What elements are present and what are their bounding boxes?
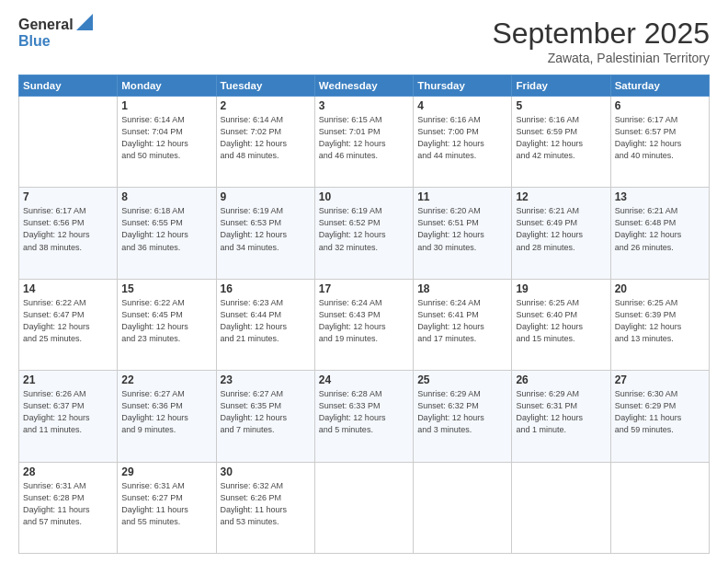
day-info: Sunrise: 6:16 AM Sunset: 6:59 PM Dayligh… xyxy=(516,114,606,162)
cell-4-1: 21Sunrise: 6:26 AM Sunset: 6:37 PM Dayli… xyxy=(19,371,118,462)
cell-2-7: 13Sunrise: 6:21 AM Sunset: 6:48 PM Dayli… xyxy=(610,188,709,279)
col-wednesday: Wednesday xyxy=(314,75,413,97)
cell-3-5: 18Sunrise: 6:24 AM Sunset: 6:41 PM Dayli… xyxy=(414,279,512,370)
day-info: Sunrise: 6:18 AM Sunset: 6:55 PM Dayligh… xyxy=(121,205,211,253)
cell-2-2: 8Sunrise: 6:18 AM Sunset: 6:55 PM Daylig… xyxy=(118,188,216,279)
cell-4-2: 22Sunrise: 6:27 AM Sunset: 6:36 PM Dayli… xyxy=(118,371,216,462)
day-info: Sunrise: 6:17 AM Sunset: 6:56 PM Dayligh… xyxy=(23,205,113,253)
title-month: September 2025 xyxy=(492,17,710,51)
cell-2-5: 11Sunrise: 6:20 AM Sunset: 6:51 PM Dayli… xyxy=(414,188,512,279)
day-info: Sunrise: 6:22 AM Sunset: 6:45 PM Dayligh… xyxy=(121,297,211,345)
day-number: 13 xyxy=(615,190,705,203)
week-row-5: 28Sunrise: 6:31 AM Sunset: 6:28 PM Dayli… xyxy=(19,462,710,553)
day-info: Sunrise: 6:29 AM Sunset: 6:32 PM Dayligh… xyxy=(417,388,507,436)
cell-5-1: 28Sunrise: 6:31 AM Sunset: 6:28 PM Dayli… xyxy=(19,462,118,553)
cell-4-5: 25Sunrise: 6:29 AM Sunset: 6:32 PM Dayli… xyxy=(414,371,512,462)
week-row-1: 1Sunrise: 6:14 AM Sunset: 7:04 PM Daylig… xyxy=(19,97,710,188)
day-info: Sunrise: 6:14 AM Sunset: 7:02 PM Dayligh… xyxy=(221,114,311,162)
day-info: Sunrise: 6:27 AM Sunset: 6:36 PM Dayligh… xyxy=(121,388,211,436)
day-number: 5 xyxy=(516,99,606,112)
day-number: 17 xyxy=(319,282,409,295)
day-info: Sunrise: 6:27 AM Sunset: 6:35 PM Dayligh… xyxy=(221,388,311,436)
cell-1-1 xyxy=(19,97,118,188)
logo-blue: Blue xyxy=(18,33,51,50)
col-monday: Monday xyxy=(118,75,216,97)
day-info: Sunrise: 6:24 AM Sunset: 6:41 PM Dayligh… xyxy=(417,297,507,345)
cell-5-6 xyxy=(512,462,610,553)
day-info: Sunrise: 6:15 AM Sunset: 7:01 PM Dayligh… xyxy=(319,114,409,162)
title-block: September 2025 Zawata, Palestinian Terri… xyxy=(492,17,710,65)
day-number: 20 xyxy=(615,282,705,295)
cell-5-5 xyxy=(414,462,512,553)
cell-1-5: 4Sunrise: 6:16 AM Sunset: 7:00 PM Daylig… xyxy=(414,97,512,188)
cell-3-2: 15Sunrise: 6:22 AM Sunset: 6:45 PM Dayli… xyxy=(118,279,216,370)
page: General Blue September 2025 Zawata, Pale… xyxy=(0,0,728,563)
cell-5-4 xyxy=(314,462,413,553)
day-number: 6 xyxy=(615,99,705,112)
header: General Blue September 2025 Zawata, Pale… xyxy=(18,17,710,65)
cell-1-7: 6Sunrise: 6:17 AM Sunset: 6:57 PM Daylig… xyxy=(610,97,709,188)
day-info: Sunrise: 6:16 AM Sunset: 7:00 PM Dayligh… xyxy=(417,114,507,162)
day-info: Sunrise: 6:26 AM Sunset: 6:37 PM Dayligh… xyxy=(23,388,113,436)
day-number: 14 xyxy=(23,282,113,295)
cell-1-2: 1Sunrise: 6:14 AM Sunset: 7:04 PM Daylig… xyxy=(118,97,216,188)
day-number: 16 xyxy=(221,282,311,295)
day-number: 2 xyxy=(221,99,311,112)
col-sunday: Sunday xyxy=(19,75,118,97)
cell-1-4: 3Sunrise: 6:15 AM Sunset: 7:01 PM Daylig… xyxy=(314,97,413,188)
svg-marker-0 xyxy=(76,14,93,30)
day-info: Sunrise: 6:28 AM Sunset: 6:33 PM Dayligh… xyxy=(319,388,409,436)
day-number: 8 xyxy=(121,190,211,203)
day-info: Sunrise: 6:24 AM Sunset: 6:43 PM Dayligh… xyxy=(319,297,409,345)
day-number: 3 xyxy=(319,99,409,112)
day-info: Sunrise: 6:29 AM Sunset: 6:31 PM Dayligh… xyxy=(516,388,606,436)
calendar-table: Sunday Monday Tuesday Wednesday Thursday… xyxy=(18,75,710,554)
day-number: 19 xyxy=(516,282,606,295)
logo-icon xyxy=(76,14,93,30)
day-info: Sunrise: 6:17 AM Sunset: 6:57 PM Dayligh… xyxy=(615,114,705,162)
day-number: 24 xyxy=(319,373,409,386)
cell-5-3: 30Sunrise: 6:32 AM Sunset: 6:26 PM Dayli… xyxy=(216,462,314,553)
day-number: 21 xyxy=(23,373,113,386)
day-info: Sunrise: 6:25 AM Sunset: 6:39 PM Dayligh… xyxy=(615,297,705,345)
day-info: Sunrise: 6:23 AM Sunset: 6:44 PM Dayligh… xyxy=(221,297,311,345)
cell-4-3: 23Sunrise: 6:27 AM Sunset: 6:35 PM Dayli… xyxy=(216,371,314,462)
day-info: Sunrise: 6:32 AM Sunset: 6:26 PM Dayligh… xyxy=(221,480,311,528)
day-info: Sunrise: 6:20 AM Sunset: 6:51 PM Dayligh… xyxy=(417,205,507,253)
logo: General Blue xyxy=(18,17,93,49)
day-number: 7 xyxy=(23,190,113,203)
cell-3-3: 16Sunrise: 6:23 AM Sunset: 6:44 PM Dayli… xyxy=(216,279,314,370)
col-saturday: Saturday xyxy=(610,75,709,97)
header-row: Sunday Monday Tuesday Wednesday Thursday… xyxy=(19,75,710,97)
day-number: 18 xyxy=(417,282,507,295)
col-friday: Friday xyxy=(512,75,610,97)
cell-3-7: 20Sunrise: 6:25 AM Sunset: 6:39 PM Dayli… xyxy=(610,279,709,370)
day-number: 1 xyxy=(121,99,211,112)
day-number: 12 xyxy=(516,190,606,203)
day-number: 26 xyxy=(516,373,606,386)
cell-5-2: 29Sunrise: 6:31 AM Sunset: 6:27 PM Dayli… xyxy=(118,462,216,553)
col-tuesday: Tuesday xyxy=(216,75,314,97)
title-location: Zawata, Palestinian Territory xyxy=(492,51,710,65)
day-number: 10 xyxy=(319,190,409,203)
day-number: 11 xyxy=(417,190,507,203)
week-row-2: 7Sunrise: 6:17 AM Sunset: 6:56 PM Daylig… xyxy=(19,188,710,279)
day-info: Sunrise: 6:31 AM Sunset: 6:27 PM Dayligh… xyxy=(121,480,211,528)
calendar-body: 1Sunrise: 6:14 AM Sunset: 7:04 PM Daylig… xyxy=(19,97,710,554)
day-info: Sunrise: 6:31 AM Sunset: 6:28 PM Dayligh… xyxy=(23,480,113,528)
cell-1-6: 5Sunrise: 6:16 AM Sunset: 6:59 PM Daylig… xyxy=(512,97,610,188)
day-info: Sunrise: 6:21 AM Sunset: 6:48 PM Dayligh… xyxy=(615,205,705,253)
day-number: 23 xyxy=(221,373,311,386)
day-info: Sunrise: 6:21 AM Sunset: 6:49 PM Dayligh… xyxy=(516,205,606,253)
day-number: 27 xyxy=(615,373,705,386)
cell-3-1: 14Sunrise: 6:22 AM Sunset: 6:47 PM Dayli… xyxy=(19,279,118,370)
cell-4-6: 26Sunrise: 6:29 AM Sunset: 6:31 PM Dayli… xyxy=(512,371,610,462)
logo-general: General xyxy=(18,17,74,33)
col-thursday: Thursday xyxy=(414,75,512,97)
day-info: Sunrise: 6:19 AM Sunset: 6:53 PM Dayligh… xyxy=(221,205,311,253)
day-number: 28 xyxy=(23,465,113,478)
cell-2-6: 12Sunrise: 6:21 AM Sunset: 6:49 PM Dayli… xyxy=(512,188,610,279)
cell-1-3: 2Sunrise: 6:14 AM Sunset: 7:02 PM Daylig… xyxy=(216,97,314,188)
day-info: Sunrise: 6:30 AM Sunset: 6:29 PM Dayligh… xyxy=(615,388,705,436)
cell-2-3: 9Sunrise: 6:19 AM Sunset: 6:53 PM Daylig… xyxy=(216,188,314,279)
